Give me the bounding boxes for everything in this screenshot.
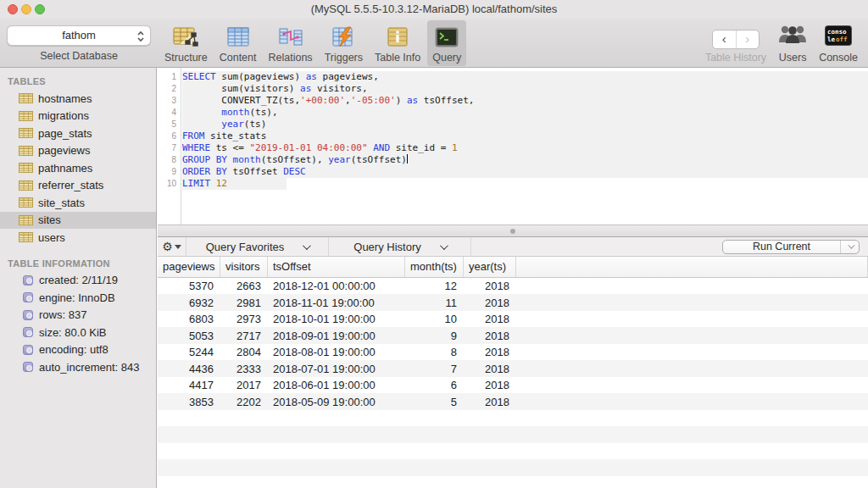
line-number: 10 [158,178,181,190]
cell-pageviews: 6932 [158,295,220,312]
query-favorites-label: Query Favorites [206,241,284,253]
table-row[interactable]: 443623332018-07-01 19:00:0072018 [158,361,868,378]
users-button[interactable]: Users [771,24,814,66]
table-row[interactable]: 537026632018-12-01 00:00:00122018 [158,278,868,295]
table-icon [19,215,38,225]
query-editor[interactable]: 12345678910 SELECT sum(pageviews) as pag… [158,68,868,225]
cell-pageviews: 6803 [158,311,220,328]
chevron-down-icon [303,241,311,250]
run-options-dropdown[interactable] [840,241,859,253]
toolbar-button-relations[interactable]: Relations [264,20,318,66]
sql-line: month(ts), [182,107,868,119]
sql-line: CONVERT_TZ(ts,'+00:00','-05:00') as tsOf… [182,95,868,107]
gear-dropdown-icon [175,245,181,249]
sql-line: GROUP BY month(tsOffset), year(tsOffset) [182,154,868,166]
content-icon [226,23,250,52]
table-history-segmented-control[interactable]: ‹ › [712,30,760,49]
toolbar-buttons: Structure Content Relations Triggers Tab… [159,20,468,66]
line-number: 7 [158,142,181,154]
structure-icon [173,23,198,52]
sidebar-table-pathnames[interactable]: pathnames [0,159,156,177]
table-row[interactable]: 441720172018-06-01 19:00:0062018 [158,377,868,394]
cell-visitors: 2333 [220,361,268,378]
sql-code[interactable]: SELECT sum(pageviews) as pageviews, sum(… [182,68,868,190]
results-table-body: 537026632018-12-01 00:00:001220186932298… [158,278,868,488]
splitter-handle-icon[interactable] [510,229,515,234]
relations-icon [278,23,303,52]
cell-pageviews: 5053 [158,328,220,345]
toolbar-button-table-info[interactable]: Table Info [370,20,426,66]
table-row[interactable]: 505327172018-09-01 19:00:0092018 [158,328,868,345]
line-number: 4 [158,107,181,119]
cell-tsOffset: 2018-05-09 19:00:00 [268,394,405,411]
users-icon [776,24,809,49]
database-select[interactable]: fathom [7,25,151,46]
triggers-icon [331,23,355,52]
column-header-monthts[interactable]: month(ts) [405,257,464,277]
table-icon [19,146,38,156]
chevron-down-icon [440,241,448,250]
cell-yearts: 2018 [464,328,516,345]
table-icon [19,197,38,208]
table-row[interactable]: 524428042018-08-01 19:00:0082018 [158,344,868,361]
column-header-yearts[interactable]: year(ts) [464,257,516,277]
toolbar-button-content[interactable]: Content [214,20,262,66]
svg-text:conso: conso [827,28,847,36]
cell-yearts: 2018 [464,295,516,312]
cell-tsOffset: 2018-11-01 19:00:00 [268,295,405,312]
history-back-icon[interactable]: ‹ [713,30,737,48]
window-title: (MySQL 5.5.5-10.3.12-MariaDB) local/fath… [0,3,868,15]
sidebar-table-pageviews[interactable]: pageviews [0,142,156,160]
sidebar-table-site_stats[interactable]: site_stats [0,194,156,212]
column-header-filler [516,257,868,277]
query-toolbar: ⚙ Query Favorites Query History Run Curr… [158,237,868,257]
results-header-row: pageviewsvisitorstsOffsetmonth(ts)year(t… [158,257,868,278]
cell-visitors: 2717 [220,328,268,345]
table-history-label: Table History [705,52,766,64]
column-header-pageviews[interactable]: pageviews [158,257,220,277]
sidebar-table-page_stats[interactable]: page_stats [0,125,156,142]
table-information-list: created: 2/11/19engine: InnoDBrows: 837s… [0,272,156,376]
line-number: 3 [158,95,181,107]
sidebar-table-sites[interactable]: sites [0,212,156,230]
cell-yearts: 2018 [464,361,516,378]
console-button[interactable]: conso le off Console [814,25,863,66]
run-current-button[interactable]: Run Current [722,240,860,254]
sidebar-table-referrer_stats[interactable]: referrer_stats [0,177,156,195]
table-name-label: page_stats [38,127,92,140]
query-icon [435,23,459,52]
table-history-button[interactable]: ‹ › Table History [700,30,771,66]
history-forward-icon[interactable]: › [737,30,760,48]
sidebar-table-hostnames[interactable]: hostnames [0,90,156,108]
text-cursor [407,154,408,164]
pane-splitter[interactable] [158,225,868,237]
info-bullet-icon [23,310,33,320]
cell-monthts: 11 [405,295,464,312]
sql-line: LIMIT 12 [182,178,868,190]
query-options-button[interactable]: ⚙ [158,237,186,256]
column-header-tsOffset[interactable]: tsOffset [268,257,405,277]
toolbar-button-label: Triggers [325,52,363,64]
toolbar-button-query[interactable]: Query [427,20,466,66]
users-label: Users [779,52,807,64]
table-row[interactable]: 693229812018-11-01 19:00:00112018 [158,295,868,312]
svg-text:le: le [827,36,836,43]
table-row[interactable]: 385322022018-05-09 19:00:0052018 [158,394,868,411]
column-header-visitors[interactable]: visitors [220,257,268,277]
query-favorites-dropdown[interactable]: Query Favorites [186,237,329,256]
cell-visitors: 2663 [220,278,268,295]
table-name-label: site_stats [38,197,85,209]
query-history-dropdown[interactable]: Query History [329,237,471,256]
cell-tsOffset: 2018-12-01 00:00:00 [268,278,405,295]
table-icon [19,111,38,121]
toolbar-button-label: Query [432,52,461,64]
table-info-text: engine: InnoDB [39,291,115,304]
tables-list: hostnames migrations page_stats pageview… [0,90,156,247]
table-row[interactable]: 680329732018-10-01 19:00:00102018 [158,311,868,328]
toolbar-button-structure[interactable]: Structure [159,20,213,66]
sidebar-table-users[interactable]: users [0,229,156,247]
toolbar-button-triggers[interactable]: Triggers [320,20,368,66]
sidebar-table-migrations[interactable]: migrations [0,108,156,125]
line-number: 2 [158,83,181,95]
title-bar: (MySQL 5.5.5-10.3.12-MariaDB) local/fath… [0,0,868,19]
